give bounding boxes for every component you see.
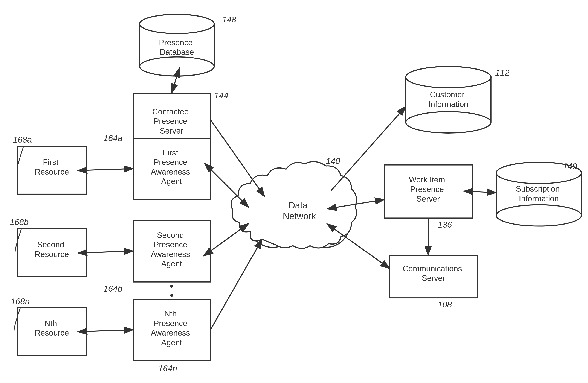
- arrow-sr-spaa: [86, 251, 133, 253]
- svg-point-20: [406, 112, 491, 133]
- label-148: 148: [222, 15, 236, 24]
- arrow-network-comms: [334, 229, 390, 269]
- label-136: 136: [438, 220, 452, 229]
- label-140-sub: 140: [563, 161, 577, 171]
- svg-point-21: [406, 67, 491, 88]
- label-108: 108: [438, 300, 452, 309]
- arrow-fr-fpaa: [86, 168, 133, 170]
- label-164n: 164n: [158, 363, 177, 373]
- arrow-nr-npaa: [86, 330, 133, 331]
- arrow-npaa-network: [210, 239, 262, 330]
- arrow-contactee-to-network: [210, 120, 265, 197]
- label-112: 112: [495, 68, 509, 77]
- label-140-network: 140: [326, 156, 340, 165]
- label-164b: 164b: [103, 284, 122, 293]
- label-168b: 168b: [10, 217, 29, 227]
- label-144: 144: [214, 91, 228, 100]
- svg-point-7: [140, 57, 214, 76]
- label-168n: 168n: [11, 297, 30, 306]
- arrow-spaa-network: [210, 223, 249, 251]
- arrow-wips-sub: [472, 192, 497, 193]
- diagram-container: Presence Database 148 Contactee Presence…: [0, 0, 588, 383]
- svg-point-26: [496, 205, 581, 226]
- label-168a: 168a: [13, 135, 32, 144]
- arrow-db-to-contactee: [172, 76, 177, 93]
- data-network-cloud: Data Network: [231, 162, 357, 248]
- svg-point-8: [140, 14, 214, 34]
- label-164a: 164a: [103, 133, 122, 143]
